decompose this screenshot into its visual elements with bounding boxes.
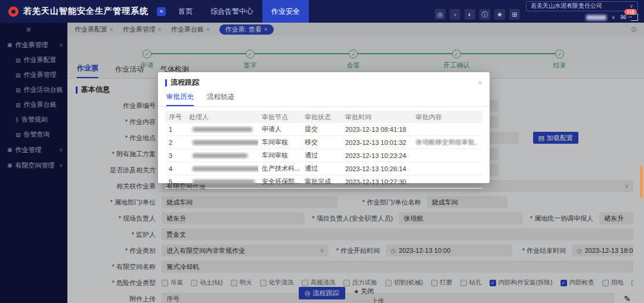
table-header-row: 序号 处理人 审批节点 审批状态 审批时间 审批内容 <box>165 111 482 123</box>
app-root: 若羌天山智能安全生产管理系统 « 首页 综合告警中心 作业安全 ◎ › ◐ ⓘ … <box>0 0 644 303</box>
cell-node: 车间审核 <box>258 151 301 160</box>
col-no: 序号 <box>165 113 185 122</box>
cell-status: 审批完成 <box>301 177 342 186</box>
message-icon[interactable]: ✉ 118 <box>620 13 626 21</box>
user-row: ∨ ✉ 118 <box>586 13 638 22</box>
cell-no: 1 <box>165 126 185 133</box>
cell-status: 通过 <box>301 151 342 160</box>
app-title: 若羌天山智能安全生产管理系统 <box>23 6 148 17</box>
theme-contrast-icon[interactable]: ◐ <box>465 9 475 20</box>
cell-node: 安全环保部... <box>258 177 301 186</box>
modal-title: 流程跟踪 <box>171 78 199 88</box>
header-right: ◎ › ◐ ⓘ ★ ⊞ 若羌天山水泥有限责任公司 ∨ ∨ ✉ 118 <box>435 1 638 22</box>
table-row[interactable]: 5 安全环保部... 审批完成 2023-12-13 10:27:30 <box>165 175 482 188</box>
modal-close-icon[interactable]: × <box>478 79 482 86</box>
cell-time: 2023-12-13 08:41:18 <box>342 126 412 133</box>
info-icon[interactable]: ⓘ <box>479 9 490 20</box>
modal-header: 流程跟踪 × <box>158 72 490 89</box>
col-node: 审批节点 <box>258 113 301 122</box>
handler-redacted <box>193 166 258 171</box>
arrow-icon[interactable]: › <box>450 9 460 20</box>
header-account-column: 若羌天山水泥有限责任公司 ∨ ∨ ✉ 118 <box>526 1 638 22</box>
nav-collapse-icon[interactable]: « <box>157 7 166 16</box>
cell-no: 5 <box>165 178 185 185</box>
cell-time: 2023-12-13 10:26:14 <box>342 165 412 172</box>
vertical-scrollbar[interactable] <box>640 166 643 198</box>
user-name-redacted[interactable] <box>586 15 606 20</box>
brand-logo-icon <box>8 7 18 17</box>
table-row[interactable]: 4 生产技术科... 通过 2023-12-13 10:26:14 <box>165 162 482 175</box>
star-icon[interactable]: ★ <box>494 9 505 20</box>
tab-approval-history[interactable]: 审批历史 <box>166 92 194 106</box>
cell-status: 移交 <box>301 138 342 147</box>
approval-history-table: 序号 处理人 审批节点 审批状态 审批时间 审批内容 1 申请人 提交 2023… <box>165 111 482 188</box>
modal-tabs: 审批历史 流程轨迹 <box>158 89 490 107</box>
cell-node: 生产技术科... <box>258 164 301 173</box>
app-header: 若羌天山智能安全生产管理系统 « 首页 综合告警中心 作业安全 ◎ › ◐ ⓘ … <box>0 0 644 23</box>
cell-content: 张培航移交班组审批。 <box>412 138 482 147</box>
handler-redacted <box>193 153 247 158</box>
layout-grid-icon[interactable]: ⊞ <box>509 9 520 20</box>
modal-accent-bar <box>165 79 167 86</box>
handler-redacted <box>193 140 258 145</box>
table-row[interactable]: 1 申请人 提交 2023-12-13 08:41:18 <box>165 123 482 136</box>
cell-node: 申请人 <box>258 125 301 134</box>
process-track-modal: 流程跟踪 × 审批历史 流程轨迹 序号 处理人 审批节点 审批状态 审批时间 审… <box>158 72 490 183</box>
cell-node: 车间审核 <box>258 138 301 147</box>
company-select-value: 若羌天山水泥有限责任公司 <box>531 2 602 10</box>
col-content: 审批内容 <box>412 113 482 122</box>
table-row[interactable]: 3 车间审核 通过 2023-12-13 10:23:24 <box>165 149 482 162</box>
cell-status: 提交 <box>301 125 342 134</box>
company-select[interactable]: 若羌天山水泥有限责任公司 ∨ <box>526 1 638 11</box>
chevron-down-icon: ∨ <box>629 3 633 9</box>
logout-icon[interactable] <box>631 14 638 21</box>
header-icon-group: ◎ › ◐ ⓘ ★ ⊞ <box>435 9 520 20</box>
top-nav: 首页 综合告警中心 作业安全 <box>169 0 309 23</box>
nav-item-alarm-center[interactable]: 综合告警中心 <box>202 0 262 23</box>
cell-time: 2023-12-13 10:27:30 <box>342 178 412 185</box>
handler-redacted <box>193 180 255 184</box>
cell-status: 通过 <box>301 164 342 173</box>
nav-item-work-safety[interactable]: 作业安全 <box>262 0 309 23</box>
col-handler: 处理人 <box>185 113 258 122</box>
table-row[interactable]: 2 车间审核 移交 2023-12-13 10:01:32 张培航移交班组审批。 <box>165 136 482 149</box>
fullscreen-icon[interactable]: ◎ <box>435 9 445 20</box>
cell-no: 3 <box>165 152 185 159</box>
col-status: 审批状态 <box>301 113 342 122</box>
cell-no: 4 <box>165 165 185 172</box>
tab-process-trace[interactable]: 流程轨迹 <box>207 92 234 106</box>
user-caret-icon[interactable]: ∨ <box>611 14 615 20</box>
cell-no: 2 <box>165 139 185 146</box>
cell-time: 2023-12-13 10:23:24 <box>342 152 412 159</box>
cell-time: 2023-12-13 10:01:32 <box>342 139 412 146</box>
col-time: 审批时间 <box>342 113 412 122</box>
handler-redacted <box>193 127 252 132</box>
nav-item-home[interactable]: 首页 <box>169 0 202 23</box>
